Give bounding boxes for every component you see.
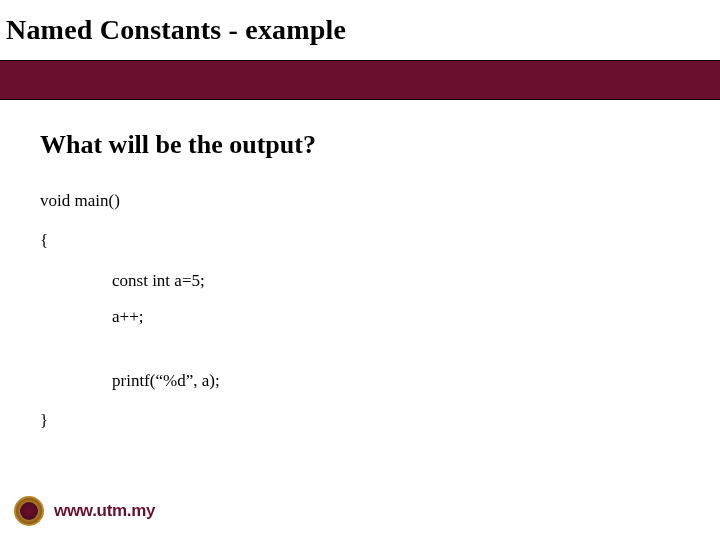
title-area: Named Constants - example xyxy=(0,0,720,60)
code-line: } xyxy=(40,410,680,432)
code-line: a++; xyxy=(40,306,680,328)
code-line: const int a=5; xyxy=(40,270,680,292)
title-band xyxy=(0,60,720,100)
subheading: What will be the output? xyxy=(40,130,680,160)
slide-title: Named Constants - example xyxy=(6,14,346,46)
slide: Named Constants - example What will be t… xyxy=(0,0,720,540)
content-area: What will be the output? void main() { c… xyxy=(40,130,680,433)
code-block: void main() { const int a=5; a++; printf… xyxy=(40,190,680,433)
code-line: { xyxy=(40,230,680,252)
utm-logo-icon xyxy=(14,496,44,526)
code-line: void main() xyxy=(40,190,680,212)
footer-url: www.utm.my xyxy=(54,501,155,521)
footer: www.utm.my xyxy=(14,496,155,526)
code-line: printf(“%d”, a); xyxy=(40,370,680,392)
